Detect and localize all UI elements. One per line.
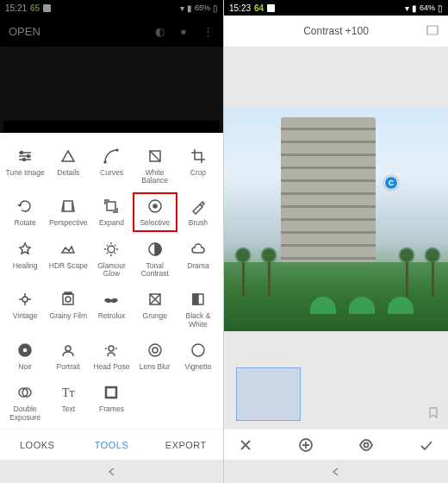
svg-rect-12 [63,294,73,304]
preview-button[interactable] [358,437,374,453]
svg-point-19 [65,346,71,351]
tool-label: Grainy Film [50,312,87,320]
cloud-icon [189,240,208,259]
svg-point-8 [153,204,157,208]
tab-looks[interactable]: LOOKS [0,430,74,460]
history-thumbnail[interactable] [236,367,301,421]
svg-point-30 [364,442,369,447]
tool-label: Double Exposure [9,405,40,422]
status-temp: 65 [30,3,40,13]
tool-text[interactable]: TтText [47,380,90,425]
tool-label: Lens Blur [140,363,171,371]
tool-grunge[interactable]: Grunge [134,286,177,332]
tool-drama[interactable]: Drama [177,236,220,282]
tool-label: Healing [13,262,38,270]
tool-healing[interactable]: Healing [3,236,47,282]
tool-tune-image[interactable]: Tune Image [3,143,47,189]
svg-point-9 [108,246,115,253]
tool-selective[interactable]: Selective [134,193,177,230]
tool-hdr-scape[interactable]: HDR Scape [47,236,90,282]
add-point-button[interactable] [298,437,314,453]
wifi-icon: ▾ [180,3,184,13]
android-nav-bar [0,460,223,483]
status-bar: 15:21 65 ▾ ▮ 65% ▯ [0,0,223,16]
tool-grid: Tune ImageDetailsCurvesWhite BalanceCrop… [0,143,223,429]
tool-rotate[interactable]: Rotate [3,193,47,230]
svg-point-2 [23,158,26,160]
svg-point-11 [22,297,28,302]
tool-grainy-film[interactable]: Grainy Film [47,286,90,332]
signal-icon: ▮ [412,3,417,13]
tool-label: HDR Scape [49,262,88,270]
vintage-icon [16,290,34,309]
tool-retrolux[interactable]: Retrolux [90,286,133,332]
help-icon[interactable]: ● [177,24,190,38]
right-screenshot: 15:23 64 ▾ ▮ 64% ▯ Contrast +100 [224,0,448,483]
tool-label: Frames [99,405,124,413]
tab-tools[interactable]: TOOLS [74,430,148,460]
tool-portrait[interactable]: Portrait [47,337,90,374]
noir-icon [16,341,34,360]
tab-export[interactable]: EXPORT [149,430,223,460]
tool-vintage[interactable]: Vintage [3,286,47,332]
tool-black-white[interactable]: Black & White [177,286,220,332]
battery-icon: ▯ [213,3,218,13]
overflow-menu-icon[interactable]: ⋮ [201,24,215,38]
tool-crop[interactable]: Crop [177,143,220,189]
tool-details[interactable]: Details [47,143,90,189]
edit-header: Contrast +100 [224,16,448,47]
styles-icon[interactable] [426,23,439,40]
tool-label: Rotate [15,219,36,227]
tool-double-exposure[interactable]: Double Exposure [3,380,47,425]
history-row [224,360,448,429]
tool-curves[interactable]: Curves [90,143,133,189]
svg-rect-6 [107,202,115,210]
tool-tonal-contrast[interactable]: Tonal Contrast [134,236,177,282]
tool-label: Portrait [57,363,80,371]
tool-label: Selective [140,219,170,227]
back-nav-icon[interactable] [331,467,341,477]
left-screenshot: 15:21 65 ▾ ▮ 65% ▯ OPEN ◐ ● ⋮ [0,0,224,483]
tool-perspective[interactable]: Perspective [47,193,90,230]
tool-brush[interactable]: Brush [177,193,220,230]
svg-text:Tт: Tт [62,386,75,399]
tool-label: Tonal Contrast [141,262,169,279]
tool-label: Brush [189,219,208,227]
lensblur-icon [146,341,165,360]
tool-label: Head Pose [93,363,129,371]
tool-label: Curves [100,169,123,177]
tool-expand[interactable]: Expand [90,193,133,230]
svg-point-4 [116,149,118,151]
tool-label: Text [61,405,75,413]
status-bar: 15:23 64 ▾ ▮ 64% ▯ [224,0,448,16]
back-nav-icon[interactable] [107,467,117,477]
tool-vignette[interactable]: Vignette [177,337,220,374]
perspective-icon [59,197,78,216]
adjustment-label: Contrast +100 [303,25,369,37]
target-icon [146,197,165,216]
dbl-icon [16,383,34,402]
open-button[interactable]: OPEN [9,25,40,38]
svg-point-0 [21,151,23,154]
tool-label: Noir [18,363,32,371]
edited-photo[interactable]: C [224,107,448,331]
halfcircle-icon [146,240,165,259]
tool-white-balance[interactable]: White Balance [134,143,177,189]
battery-icon: ▯ [438,3,443,13]
status-time: 15:21 [5,3,27,13]
tool-head-pose[interactable]: Head Pose [90,337,133,374]
frames-icon [102,383,121,402]
portrait-icon [59,341,78,360]
film-icon [59,290,78,309]
tool-noir[interactable]: Noir [3,337,47,374]
tool-glamour-glow[interactable]: Glamour Glow [90,236,133,282]
tool-lens-blur[interactable]: Lens Blur [134,337,177,374]
app-header: OPEN ◐ ● ⋮ [0,16,223,47]
selective-control-point[interactable]: C [384,176,398,190]
tool-frames[interactable]: Frames [90,380,133,425]
grunge-icon [146,290,165,309]
info-icon[interactable]: ◐ [152,24,166,38]
bookmark-icon[interactable] [427,406,439,422]
apply-button[interactable] [419,437,434,453]
cancel-button[interactable] [238,437,253,453]
